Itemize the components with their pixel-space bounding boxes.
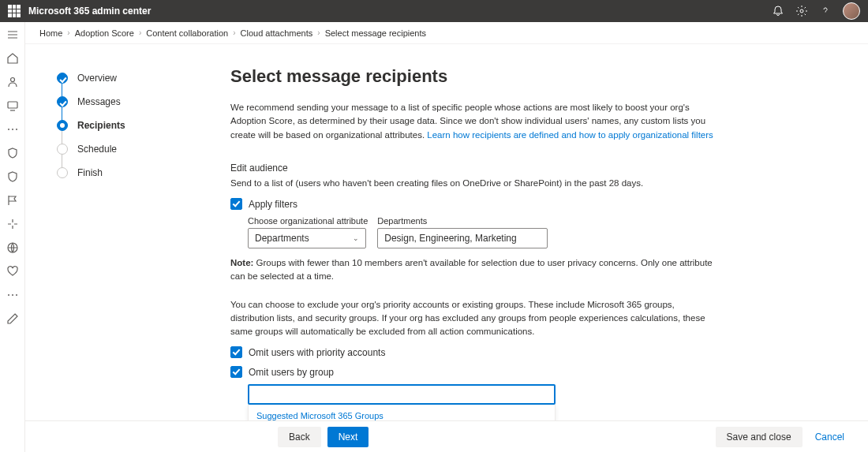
crumb-home[interactable]: Home — [39, 28, 62, 38]
step-schedule[interactable]: Schedule — [57, 139, 215, 159]
departments-label: Departments — [377, 216, 548, 226]
attribute-select[interactable]: Departments⌄ — [248, 228, 366, 248]
globe-icon[interactable] — [6, 241, 19, 254]
crumb-content[interactable]: Content collaboration — [146, 28, 228, 38]
apply-filters-label: Apply filters — [249, 199, 297, 210]
step-finish[interactable]: Finish — [57, 162, 215, 183]
crumb-cloud[interactable]: Cloud attachments — [241, 28, 313, 38]
wizard-steps: Overview Messages Recipients Schedule Fi… — [25, 44, 230, 452]
user-avatar[interactable] — [843, 2, 860, 20]
step-messages[interactable]: Messages — [57, 92, 215, 112]
left-nav-rail — [0, 22, 25, 452]
omit-group-checkbox[interactable] — [230, 366, 242, 378]
back-button[interactable]: Back — [278, 427, 321, 447]
save-close-button[interactable]: Save and close — [716, 427, 803, 447]
suggestions-heading: Suggested Microsoft 365 Groups — [256, 411, 547, 420]
home-icon[interactable] — [6, 52, 19, 65]
apply-filters-checkbox[interactable] — [230, 198, 242, 210]
shield2-icon[interactable] — [6, 170, 19, 183]
attribute-label: Choose organizational attribute — [248, 216, 368, 226]
omit-group-label: Omit users by group — [249, 367, 334, 378]
edit-audience-heading: Edit audience — [230, 162, 836, 174]
dots-icon[interactable] — [6, 123, 19, 136]
app-launcher-icon[interactable] — [8, 5, 21, 17]
intro-link[interactable]: Learn how recipients are defined and how… — [427, 130, 713, 140]
top-bar: Microsoft 365 admin center — [0, 0, 868, 22]
app-title: Microsoft 365 admin center — [28, 6, 772, 17]
svg-point-5 — [16, 129, 17, 130]
wizard-footer: Back Next Save and close Cancel — [25, 420, 868, 452]
breadcrumb: Home › Adoption Score › Content collabor… — [25, 22, 868, 44]
settings-icon[interactable] — [795, 5, 808, 17]
departments-input[interactable]: Design, Engineering, Marketing — [377, 228, 548, 248]
step-recipients[interactable]: Recipients — [57, 115, 215, 136]
chevron-down-icon: ⌄ — [353, 234, 359, 242]
note-text: Note: Groups with fewer than 10 members … — [230, 256, 720, 284]
intro-text: We recommend sending your message to a l… — [230, 101, 720, 142]
edit-icon[interactable] — [6, 312, 19, 325]
crumb-adoption[interactable]: Adoption Score — [75, 28, 134, 38]
edit-audience-sub: Send to a list of (users who haven't bee… — [230, 177, 735, 190]
svg-point-8 — [12, 294, 13, 296]
svg-point-4 — [12, 129, 13, 130]
svg-point-3 — [8, 129, 9, 130]
group-search-input[interactable] — [248, 384, 556, 405]
step-overview[interactable]: Overview — [57, 68, 215, 88]
svg-point-0 — [800, 9, 803, 13]
main-content: Select message recipients We recommend s… — [230, 44, 868, 452]
omit-priority-label: Omit users with priority accounts — [249, 347, 385, 358]
svg-point-1 — [10, 78, 14, 82]
flag-icon[interactable] — [6, 194, 19, 207]
shield-icon[interactable] — [6, 147, 19, 159]
sparkle-icon[interactable] — [6, 218, 19, 230]
exclude-para: You can choose to exclude your org's pri… — [230, 298, 720, 339]
devices-icon[interactable] — [6, 99, 19, 112]
notifications-icon[interactable] — [772, 5, 784, 17]
help-icon[interactable] — [819, 5, 832, 17]
crumb-current: Select message recipients — [325, 28, 426, 38]
heart-icon[interactable] — [6, 265, 19, 278]
omit-priority-checkbox[interactable] — [230, 346, 242, 358]
next-button[interactable]: Next — [327, 427, 369, 447]
menu-icon[interactable] — [6, 28, 19, 41]
page-title: Select message recipients — [230, 66, 836, 87]
svg-point-9 — [16, 294, 17, 296]
svg-point-7 — [8, 294, 9, 296]
users-icon[interactable] — [6, 76, 19, 88]
cancel-link[interactable]: Cancel — [815, 431, 844, 443]
svg-rect-2 — [8, 102, 17, 108]
dots2-icon[interactable] — [6, 289, 19, 301]
